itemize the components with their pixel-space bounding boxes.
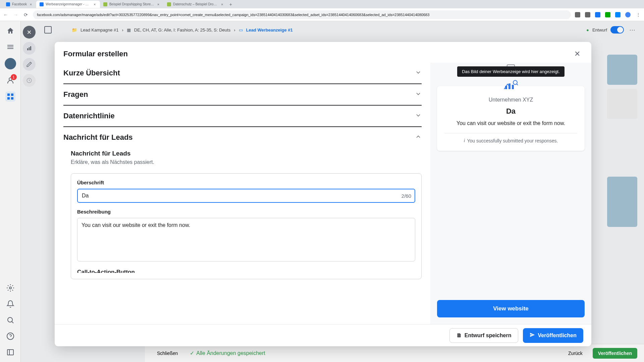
section-questions[interactable]: Fragen: [63, 84, 422, 105]
chevron-down-icon: [415, 112, 422, 120]
preview-card: Unternehmen XYZ Da You can visit our web…: [437, 86, 585, 151]
modal-title: Formular erstellen: [63, 50, 128, 58]
close-icon[interactable]: ✕: [572, 49, 583, 59]
extension-icon[interactable]: [595, 12, 600, 17]
back-button[interactable]: ←: [3, 12, 9, 18]
create-form-modal: Formular erstellen ✕ Kurze Übersicht Fra…: [55, 42, 591, 346]
extension-icon[interactable]: [575, 12, 580, 17]
preview-headline: Da: [444, 107, 577, 116]
description-label: Beschreibung: [77, 209, 415, 215]
preview-company: Unternehmen XYZ: [444, 97, 577, 103]
tab-bar: Facebook× Werbeanzeigenmanager - We...× …: [0, 0, 644, 8]
document-icon: 🗎: [457, 333, 462, 339]
form-column: Kurze Übersicht Fragen Datenrichtlinie N…: [55, 63, 430, 324]
forward-button[interactable]: →: [13, 12, 19, 18]
svg-rect-17: [512, 85, 514, 89]
preview-tooltip: Das Bild deiner Werbeanzeige wird hier a…: [457, 66, 565, 77]
preview-description: You can visit our website or exit the fo…: [444, 120, 577, 133]
chevron-down-icon: [415, 69, 422, 77]
save-draft-button[interactable]: 🗎 Entwurf speichern: [449, 328, 519, 343]
preview-cta-button[interactable]: View website: [437, 300, 585, 317]
svg-rect-15: [505, 86, 507, 89]
section-overview[interactable]: Kurze Übersicht: [63, 63, 422, 83]
headline-label: Überschrift: [77, 180, 415, 185]
send-icon: [530, 332, 535, 339]
browser-tab[interactable]: Datenschutz – Beispiel Drops...×: [164, 1, 227, 8]
close-icon[interactable]: ×: [29, 2, 33, 6]
menu-icon[interactable]: ⋮: [635, 12, 641, 18]
char-counter: 2/60: [401, 193, 411, 199]
extension-icon[interactable]: [615, 12, 621, 17]
close-icon[interactable]: ×: [220, 2, 224, 6]
ad-image-placeholder: Das Bild deiner Werbeanzeige wird hier a…: [437, 63, 585, 73]
section-message[interactable]: Nachricht für Leads: [63, 127, 422, 148]
address-bar: ← → ⟳ facebook.com/adsmanager/manage/ads…: [0, 8, 644, 21]
publish-button[interactable]: Veröffentlichen: [523, 328, 583, 343]
extension-icon[interactable]: [605, 12, 610, 17]
chevron-down-icon: [415, 90, 422, 99]
browser-chrome: Facebook× Werbeanzeigenmanager - We...× …: [0, 0, 644, 21]
close-icon[interactable]: ×: [93, 2, 97, 6]
cta-label: Call-to-Action-Button: [77, 269, 415, 273]
subsection-title: Nachricht für Leads: [71, 150, 422, 157]
description-textarea[interactable]: [77, 218, 415, 261]
url-field[interactable]: facebook.com/adsmanager/manage/ads/edit?…: [33, 10, 571, 19]
browser-tab[interactable]: Beispiel Dropshipping Store ...×: [100, 1, 164, 8]
section-privacy[interactable]: Datenrichtlinie: [63, 106, 422, 126]
chart-icon: [502, 77, 519, 91]
info-icon: i: [464, 138, 465, 143]
profile-icon[interactable]: [625, 12, 631, 17]
new-tab-button[interactable]: +: [227, 1, 234, 8]
browser-tab[interactable]: Werbeanzeigenmanager - We...×: [36, 1, 100, 8]
preview-success: iYou successfully submitted your respons…: [444, 138, 577, 143]
svg-rect-16: [508, 83, 511, 89]
reload-button[interactable]: ⟳: [23, 12, 29, 18]
chevron-up-icon: [415, 133, 422, 141]
modal-footer: 🗎 Entwurf speichern Veröffentlichen: [55, 324, 591, 346]
preview-column: Das Bild deiner Werbeanzeige wird hier a…: [430, 63, 591, 324]
close-icon[interactable]: ×: [156, 2, 160, 6]
browser-tab[interactable]: Facebook×: [3, 1, 36, 8]
star-icon[interactable]: [585, 12, 590, 17]
subsection-desc: Erkläre, was als Nächstes passiert.: [71, 159, 422, 165]
headline-input[interactable]: [77, 189, 415, 203]
